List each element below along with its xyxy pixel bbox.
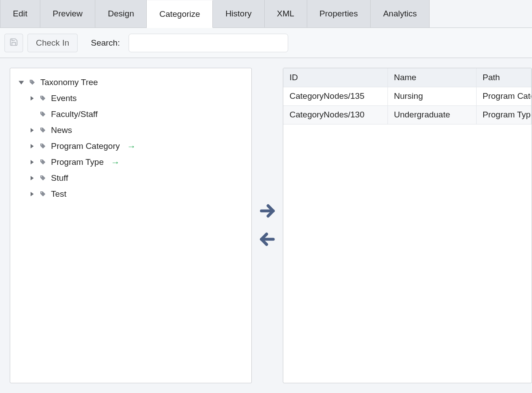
cell-path: Program Type [476,105,532,124]
checkin-button[interactable]: Check In [27,34,78,52]
svg-marker-11 [31,176,34,180]
cell-name: Nursing [387,87,476,105]
tab-properties[interactable]: Properties [307,0,371,27]
toolbar: Check In Search: [0,28,532,58]
tag-icon [39,127,47,134]
svg-point-10 [41,160,42,161]
cell-name: Undergraduate [387,105,476,124]
save-button[interactable] [4,34,23,52]
col-header-id[interactable]: ID [283,68,387,87]
tab-analytics[interactable]: Analytics [371,0,430,27]
tag-icon [39,159,47,166]
arrow-right-icon [258,202,276,221]
svg-marker-9 [31,160,34,164]
svg-marker-7 [31,144,34,148]
tree-item-faculty-staff[interactable]: Faculty/Staff [15,106,247,122]
linked-arrow-icon: → [111,157,120,167]
search-label: Search: [91,38,120,48]
tree-item-stuff[interactable]: Stuff [15,170,247,186]
svg-point-1 [31,81,31,82]
tree-item-news[interactable]: News [15,122,247,138]
tree-item-label: Stuff [51,173,68,183]
tag-icon [29,79,36,86]
tree-item-label: Program Type [51,157,104,167]
svg-point-4 [41,113,42,113]
linked-arrow-icon: → [127,141,136,152]
table-header-row: ID Name Path [283,68,532,87]
tag-icon [39,175,47,182]
col-header-name[interactable]: Name [387,68,476,87]
table-row[interactable]: CategoryNodes/130 Undergraduate Program … [283,105,532,124]
tag-icon [39,111,47,118]
tree-item-events[interactable]: Events [15,90,247,106]
caret-right-icon [29,95,35,101]
categories-table: ID Name Path CategoryNodes/135 Nursing P… [283,68,532,125]
cell-id: CategoryNodes/130 [283,105,387,124]
tree-item-label: Faculty/Staff [51,109,98,119]
caret-right-icon [29,127,35,133]
caret-right-icon [29,159,35,165]
svg-point-6 [41,128,42,129]
svg-marker-0 [19,81,24,84]
caret-right-icon [29,143,35,149]
caret-right-icon [29,175,35,181]
svg-point-12 [41,176,42,177]
svg-marker-2 [31,96,34,101]
tab-xml[interactable]: XML [265,0,307,27]
tree-root[interactable]: Taxonomy Tree [15,74,247,90]
tab-edit[interactable]: Edit [0,0,40,27]
tag-icon [39,95,47,102]
tree-item-label: Events [51,93,77,103]
tree-item-label: Test [51,189,66,199]
tree-root-label: Taxonomy Tree [40,78,98,87]
svg-marker-13 [31,192,34,196]
table-row[interactable]: CategoryNodes/135 Nursing Program Catego… [283,87,532,105]
arrow-left-icon [258,230,276,249]
caret-right-icon [29,191,35,197]
categories-table-panel: ID Name Path CategoryNodes/135 Nursing P… [283,68,532,383]
cell-path: Program Category [476,87,532,105]
svg-point-3 [41,97,42,97]
col-header-path[interactable]: Path [476,68,532,87]
transfer-controls [252,68,283,383]
tab-history[interactable]: History [213,0,264,27]
search-input[interactable] [129,34,288,52]
tab-design[interactable]: Design [95,0,147,27]
cell-id: CategoryNodes/135 [283,87,387,105]
save-icon [9,38,18,48]
svg-point-8 [41,144,42,145]
svg-marker-5 [31,128,34,132]
tab-categorize[interactable]: Categorize [147,0,213,28]
tag-icon [39,191,47,198]
tree-item-label: News [51,125,72,135]
tree-item-label: Program Category [51,141,120,151]
remove-from-list-button[interactable] [258,230,277,249]
tree-item-test[interactable]: Test [15,186,247,202]
tag-icon [39,143,47,150]
main-area: Taxonomy Tree Events Faculty/Staff News … [0,58,532,393]
tree-item-program-category[interactable]: Program Category → [15,138,247,154]
add-to-list-button[interactable] [258,202,277,221]
taxonomy-tree-panel: Taxonomy Tree Events Faculty/Staff News … [10,68,252,383]
tree-item-program-type[interactable]: Program Type → [15,154,247,170]
svg-point-14 [41,192,42,193]
tab-preview[interactable]: Preview [40,0,96,27]
tab-bar: Edit Preview Design Categorize History X… [0,0,532,28]
caret-down-icon [18,79,24,86]
